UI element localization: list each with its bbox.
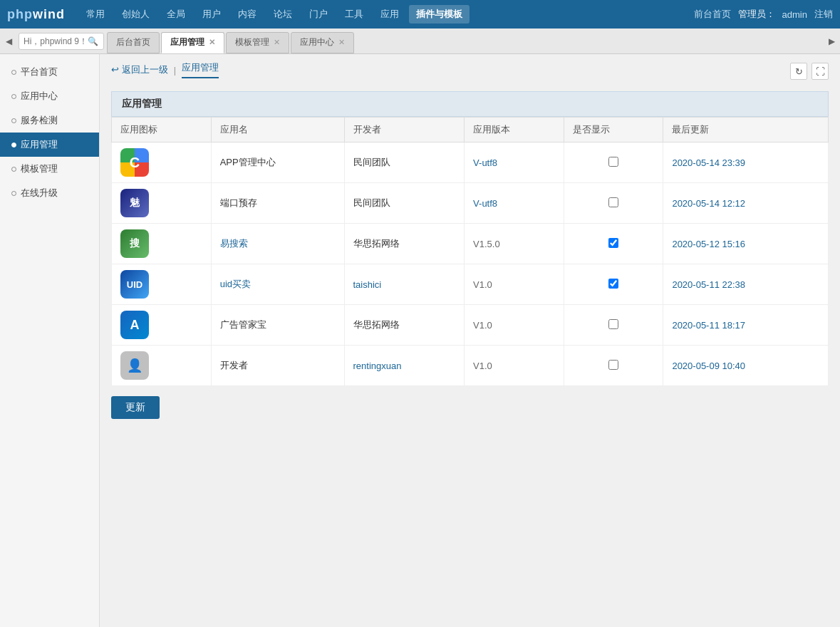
- date-text: 2020-05-14 12:12: [672, 198, 745, 209]
- update-button[interactable]: 更新: [111, 396, 160, 419]
- table-row: CAPP管理中心民间团队V-utf82020-05-14 23:39: [112, 142, 829, 183]
- nav-item-content[interactable]: 内容: [231, 5, 264, 24]
- app-icon: UID: [120, 270, 149, 299]
- cell-name: APP管理中心: [211, 142, 344, 183]
- front-page-link[interactable]: 前台首页: [694, 8, 731, 21]
- back-link[interactable]: ↩ 返回上一级: [111, 63, 168, 76]
- display-checkbox[interactable]: [608, 319, 618, 329]
- logout-link[interactable]: 注销: [814, 8, 833, 21]
- sidebar-item-templatemanage[interactable]: 模板管理: [0, 157, 99, 181]
- cell-display[interactable]: [564, 264, 663, 305]
- sidebar-label-servicecheck: 服务检测: [21, 114, 58, 127]
- sidebar-item-appmanage[interactable]: 应用管理: [0, 133, 99, 157]
- nav-item-users[interactable]: 用户: [195, 5, 228, 24]
- fullscreen-button[interactable]: ⛶: [812, 63, 829, 80]
- display-checkbox[interactable]: [608, 279, 618, 289]
- app-name-link[interactable]: 易搜索: [220, 238, 248, 249]
- nav-item-forum[interactable]: 论坛: [266, 5, 299, 24]
- cell-display[interactable]: [564, 305, 663, 346]
- col-lastupdate: 最后更新: [663, 118, 829, 142]
- tab-backend-home-label: 后台首页: [116, 36, 150, 48]
- version-link[interactable]: V-utf8: [473, 198, 497, 209]
- search-icon[interactable]: 🔍: [88, 36, 98, 46]
- right-area: 前台首页 管理员：admin 注销: [694, 8, 833, 21]
- cell-display[interactable]: [564, 346, 663, 386]
- cell-name[interactable]: 易搜索: [211, 224, 344, 264]
- cell-icon: C: [112, 142, 212, 183]
- tab-next-button[interactable]: ▶: [824, 36, 839, 46]
- sidebar-item-appcenter[interactable]: 应用中心: [0, 84, 99, 108]
- sidebar-label-onlineupgrade: 在线升级: [21, 187, 58, 200]
- cell-version: V1.0: [465, 346, 564, 386]
- nav-item-tools[interactable]: 工具: [338, 5, 370, 24]
- tab-template-manage-close[interactable]: ✕: [274, 38, 280, 47]
- cell-developer[interactable]: taishici: [344, 264, 465, 305]
- sidebar-label-templatemanage: 模板管理: [21, 162, 58, 175]
- logo: phpwind: [7, 7, 65, 22]
- developer-link[interactable]: rentingxuan: [353, 361, 402, 371]
- cell-name[interactable]: uid买卖: [211, 264, 344, 305]
- cell-icon: A: [112, 305, 212, 346]
- tab-app-center-close[interactable]: ✕: [338, 38, 345, 47]
- app-icon: 搜: [120, 229, 149, 258]
- nav-item-common[interactable]: 常用: [79, 5, 112, 24]
- app-name-link[interactable]: uid买卖: [220, 279, 251, 289]
- version-text: V1.0: [473, 320, 492, 331]
- nav-item-portal[interactable]: 门户: [302, 5, 335, 24]
- cell-icon: 魅: [112, 183, 212, 224]
- tab-app-manage[interactable]: 应用管理 ✕: [161, 32, 224, 53]
- display-checkbox[interactable]: [608, 238, 618, 248]
- developer-link[interactable]: taishici: [353, 279, 382, 290]
- refresh-button[interactable]: ↻: [790, 63, 807, 80]
- nav-item-founder[interactable]: 创始人: [115, 5, 157, 24]
- sidebar-dot-servicecheck: [11, 118, 16, 123]
- sidebar-item-servicecheck[interactable]: 服务检测: [0, 108, 99, 133]
- nav-item-apps[interactable]: 应用: [373, 5, 406, 24]
- top-nav: phpwind 常用 创始人 全局 用户 内容 论坛 门户 工具 应用 插件与模…: [0, 0, 840, 28]
- display-checkbox[interactable]: [608, 157, 618, 167]
- sidebar-dot-appcenter: [11, 94, 16, 99]
- version-link[interactable]: V-utf8: [473, 157, 497, 168]
- cell-developer: 民间团队: [344, 142, 465, 183]
- cell-developer[interactable]: rentingxuan: [344, 346, 465, 386]
- nav-item-plugins[interactable]: 插件与模板: [409, 5, 470, 24]
- cell-display[interactable]: [564, 183, 663, 224]
- sidebar-dot-onlineupgrade: [11, 191, 16, 196]
- cell-lastupdate: 2020-05-14 12:12: [663, 183, 829, 224]
- tab-app-manage-close[interactable]: ✕: [209, 38, 215, 47]
- tab-app-center[interactable]: 应用中心 ✕: [291, 32, 354, 53]
- search-input[interactable]: [24, 36, 88, 46]
- date-text: 2020-05-12 15:16: [672, 239, 745, 249]
- cell-name: 广告管家宝: [211, 305, 344, 346]
- sidebar: 平台首页 应用中心 服务检测 应用管理 模板管理 在线升级: [0, 54, 100, 627]
- sidebar-dot-templatemanage: [11, 167, 16, 172]
- table-row: 搜易搜索华思拓网络V1.5.02020-05-12 15:16: [112, 224, 829, 264]
- date-text: 2020-05-14 23:39: [672, 157, 745, 168]
- cell-icon: UID: [112, 264, 212, 305]
- logo-php: php: [7, 7, 33, 21]
- cell-display[interactable]: [564, 142, 663, 183]
- cell-developer: 民间团队: [344, 183, 465, 224]
- nav-item-global[interactable]: 全局: [160, 5, 192, 24]
- admin-name[interactable]: admin: [782, 9, 807, 20]
- search-box[interactable]: 🔍: [19, 33, 104, 50]
- display-checkbox[interactable]: [608, 360, 618, 370]
- breadcrumb: ↩ 返回上一级 | 应用管理: [111, 61, 219, 78]
- section-header: 应用管理: [111, 91, 829, 117]
- sidebar-label-appmanage: 应用管理: [21, 138, 58, 151]
- cell-version[interactable]: V-utf8: [465, 142, 564, 183]
- sidebar-dot-appmanage: [11, 142, 16, 147]
- tab-template-manage-label: 模板管理: [235, 36, 269, 48]
- cell-version[interactable]: V-utf8: [465, 183, 564, 224]
- sidebar-item-onlineupgrade[interactable]: 在线升级: [0, 181, 99, 205]
- tab-backend-home[interactable]: 后台首页: [107, 32, 160, 53]
- tab-template-manage[interactable]: 模板管理 ✕: [226, 32, 289, 53]
- cell-display[interactable]: [564, 224, 663, 264]
- sidebar-item-platform[interactable]: 平台首页: [0, 60, 99, 84]
- tab-prev-button[interactable]: ◀: [1, 36, 16, 46]
- sidebar-label-platform: 平台首页: [21, 66, 58, 78]
- cell-developer: 华思拓网络: [344, 305, 465, 346]
- cell-lastupdate: 2020-05-11 18:17: [663, 305, 829, 346]
- date-text: 2020-05-11 22:38: [672, 279, 745, 290]
- display-checkbox[interactable]: [608, 197, 618, 207]
